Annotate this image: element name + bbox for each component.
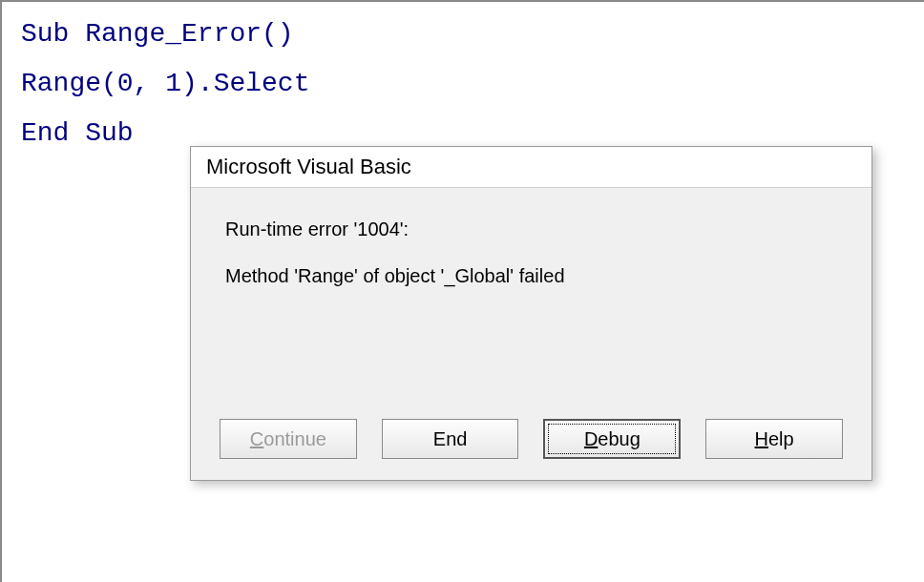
continue-button: Continue (220, 419, 357, 459)
end-button[interactable]: End (382, 419, 519, 459)
dialog-button-row: Continue End Debug Help (191, 407, 872, 480)
dialog-title: Microsoft Visual Basic (191, 147, 872, 188)
dialog-body: Run-time error '1004': Method 'Range' of… (191, 188, 872, 407)
help-button[interactable]: Help (705, 419, 843, 459)
error-type-text: Run-time error '1004': (225, 218, 837, 240)
code-line-3: Range(0, 1).Select (21, 59, 905, 109)
code-line-1: Sub Range_Error() (21, 10, 905, 59)
debug-button[interactable]: Debug (543, 419, 681, 459)
error-message-text: Method 'Range' of object '_Global' faile… (225, 265, 837, 287)
error-dialog: Microsoft Visual Basic Run-time error '1… (190, 146, 872, 481)
